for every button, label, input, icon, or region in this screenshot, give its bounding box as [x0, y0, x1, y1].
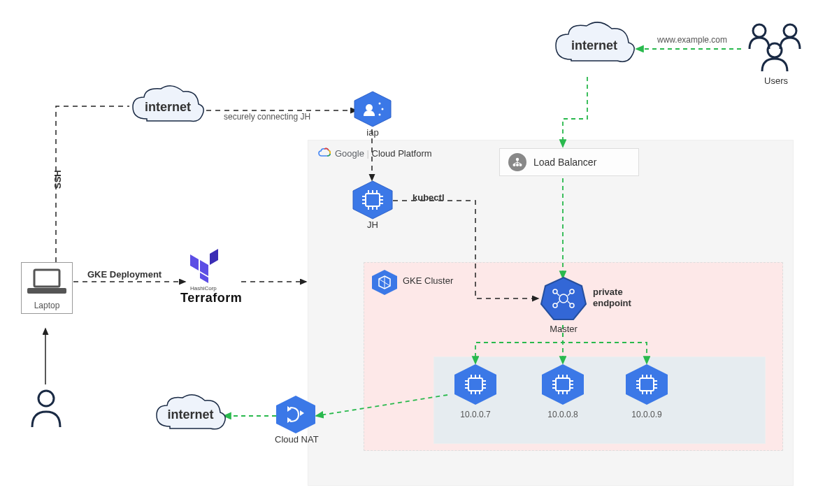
svg-point-98 [516, 158, 519, 161]
cloud-internet-1-label: internet [126, 100, 210, 115]
svg-marker-24 [353, 181, 392, 219]
svg-marker-17 [210, 249, 218, 265]
svg-point-14 [768, 43, 782, 57]
gke-hex [371, 269, 401, 296]
laptop-icon [26, 268, 68, 298]
load-balancer-label: Load Balancer [533, 157, 596, 168]
svg-point-13 [784, 24, 796, 37]
cloud-nat-hex: Cloud NAT [275, 395, 317, 445]
load-balancer-box: Load Balancer [499, 148, 639, 176]
iap-label: iap [353, 127, 392, 138]
user-icon [29, 388, 63, 430]
svg-point-23 [379, 114, 381, 116]
gcp-word-google: Google [335, 148, 364, 159]
ssh-label: SSH [52, 170, 63, 189]
svg-point-21 [379, 103, 381, 105]
svg-marker-80 [626, 364, 668, 405]
www-label: www.example.com [657, 35, 727, 45]
gke-cluster-label: GKE Cluster [403, 275, 453, 286]
node-3-hex: 10.0.0.9 [624, 363, 669, 419]
terraform-label: Terraform [180, 291, 242, 305]
svg-point-12 [753, 24, 766, 37]
gcp-cloud-icon [318, 147, 331, 159]
node-2-label: 10.0.0.8 [540, 410, 585, 419]
jh-hex: JH [352, 180, 394, 230]
svg-point-101 [519, 164, 522, 166]
svg-marker-52 [454, 364, 496, 405]
load-balancer-icon [508, 153, 526, 171]
gke-deploy-label: GKE Deployment [87, 269, 162, 280]
gcp-logo: Google | Cloud Platform [318, 147, 432, 159]
svg-point-20 [366, 104, 373, 111]
jh-label: JH [352, 219, 394, 230]
node-2-hex: 10.0.0.8 [540, 363, 585, 419]
svg-rect-9 [34, 270, 59, 287]
svg-marker-19 [354, 92, 391, 127]
laptop-label: Laptop [26, 301, 68, 310]
kubectl-label: kubectl [413, 192, 445, 203]
private-endpoint-label: private endpoint [593, 287, 642, 308]
users-label: Users [741, 75, 811, 86]
svg-point-22 [382, 108, 384, 110]
node-1-hex: 10.0.0.7 [453, 363, 498, 419]
cloud-nat-label: Cloud NAT [275, 434, 317, 445]
svg-marker-94 [276, 396, 315, 433]
svg-point-100 [516, 164, 519, 166]
node-1-label: 10.0.0.7 [453, 410, 498, 419]
svg-point-11 [38, 391, 54, 406]
users-icon [741, 21, 811, 74]
cloud-internet-2-label: internet [549, 38, 640, 53]
svg-marker-66 [542, 364, 584, 405]
master-label: Master [540, 324, 587, 334]
svg-marker-15 [190, 254, 199, 271]
terraform-logo [187, 248, 222, 283]
cloud-internet-3-label: internet [150, 408, 231, 422]
svg-rect-10 [27, 288, 66, 294]
laptop-frame: Laptop [21, 262, 73, 314]
iap-hex: iap [353, 91, 392, 138]
svg-point-99 [513, 164, 516, 166]
gcp-word-rest: Cloud Platform [372, 148, 432, 159]
securely-label: securely connecting JH [224, 112, 310, 122]
svg-marker-42 [541, 278, 586, 319]
master-heptagon: Master [540, 276, 587, 334]
node-3-label: 10.0.0.9 [624, 410, 669, 419]
